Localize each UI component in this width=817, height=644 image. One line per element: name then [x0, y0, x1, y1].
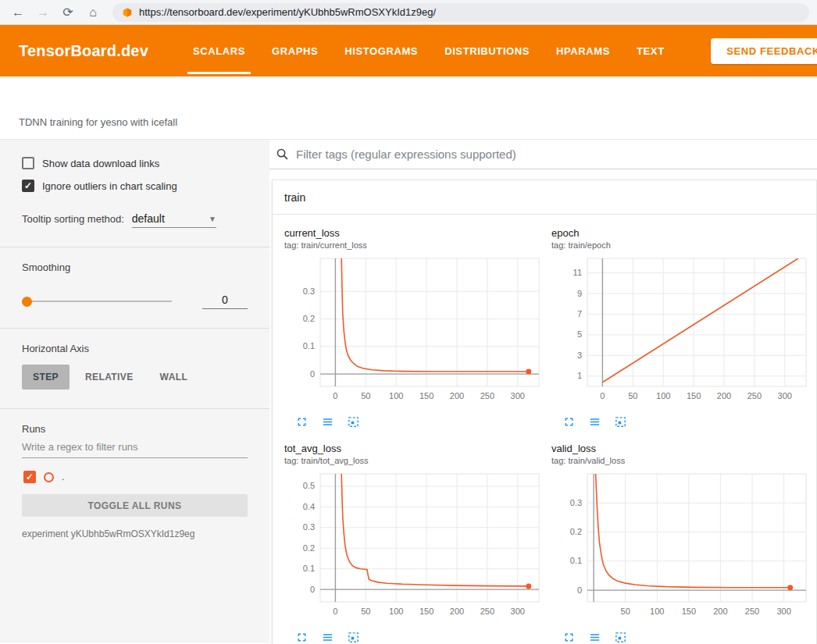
run-list-item[interactable]: ✓ . — [23, 471, 248, 483]
svg-text:200: 200 — [713, 607, 727, 616]
horizontal-axis-buttons: STEP RELATIVE WALL — [22, 365, 248, 390]
svg-text:200: 200 — [450, 607, 464, 616]
expand-chart-icon[interactable] — [295, 631, 309, 644]
chart-toolbar — [295, 631, 547, 644]
expand-chart-icon[interactable] — [295, 415, 309, 429]
svg-text:0.4: 0.4 — [303, 502, 315, 511]
tab-text[interactable]: TEXT — [623, 25, 678, 76]
chart-title: epoch — [551, 227, 814, 239]
divider — [0, 247, 269, 247]
runs-regex-input[interactable] — [22, 435, 248, 458]
svg-text:150: 150 — [419, 607, 433, 616]
run-checkbox-checked-icon[interactable]: ✓ — [23, 471, 36, 483]
train-section-card: train current_losstag: train/current_los… — [272, 180, 817, 644]
tag-filter-input[interactable] — [296, 148, 817, 161]
chart-plot[interactable]: 00.10.20.30.40.5050100150200250300 — [284, 470, 547, 623]
svg-text:0.1: 0.1 — [303, 564, 315, 573]
home-icon[interactable]: ⌂ — [83, 2, 103, 23]
back-icon[interactable]: ← — [8, 2, 28, 23]
svg-text:0.5: 0.5 — [303, 481, 315, 490]
reload-icon[interactable]: ⟳ — [58, 2, 78, 23]
tab-histograms[interactable]: HISTOGRAMS — [331, 25, 431, 76]
smoothing-value-input[interactable]: 0 — [202, 294, 248, 309]
chart-card-tot_avg_loss: tot_avg_losstag: train/tot_avg_loss00.10… — [284, 443, 547, 644]
show-download-links-checkbox[interactable]: Show data download links — [22, 157, 248, 169]
svg-text:100: 100 — [656, 391, 670, 400]
svg-text:0: 0 — [310, 585, 315, 594]
svg-text:0.1: 0.1 — [570, 556, 582, 565]
ignore-outliers-checkbox[interactable]: ✓ Ignore outliers in chart scaling — [22, 180, 248, 192]
fit-domain-icon[interactable] — [347, 415, 360, 429]
tooltip-sorting-select[interactable]: default ▼ — [132, 212, 216, 228]
slider-track — [22, 301, 172, 302]
svg-text:7: 7 — [577, 309, 582, 318]
chart-title: valid_loss — [551, 443, 814, 454]
smoothing-label: Smoothing — [22, 262, 248, 273]
slider-thumb[interactable] — [22, 297, 32, 307]
section-title-train[interactable]: train — [273, 180, 816, 215]
svg-text:1: 1 — [577, 371, 582, 380]
runs-label: Runs — [22, 423, 248, 435]
svg-text:200: 200 — [717, 391, 731, 400]
tab-scalars[interactable]: SCALARS — [180, 25, 259, 76]
svg-text:3: 3 — [577, 350, 582, 360]
axis-wall-button[interactable]: WALL — [149, 365, 199, 390]
svg-text:150: 150 — [682, 607, 696, 616]
svg-text:0.2: 0.2 — [303, 314, 315, 323]
chart-plot[interactable]: 1357911050100150200250300 — [551, 254, 814, 407]
experiment-subheader: TDNN training for yesno with icefall — [0, 76, 817, 140]
tab-hparams[interactable]: HPARAMS — [543, 25, 623, 76]
svg-text:0.3: 0.3 — [303, 522, 315, 532]
svg-text:0.3: 0.3 — [570, 498, 582, 507]
smoothing-slider[interactable] — [22, 296, 172, 307]
svg-text:300: 300 — [776, 607, 790, 616]
svg-text:50: 50 — [361, 607, 370, 616]
main-panel: train current_losstag: train/current_los… — [269, 140, 817, 643]
svg-text:0.2: 0.2 — [570, 527, 582, 536]
expand-chart-icon[interactable] — [562, 631, 576, 644]
svg-text:300: 300 — [511, 391, 525, 400]
data-table-icon[interactable] — [321, 415, 334, 429]
toggle-all-runs-button[interactable]: TOGGLE ALL RUNS — [22, 494, 248, 517]
address-bar[interactable]: https://tensorboard.dev/experiment/yKUbh… — [112, 3, 809, 22]
expand-chart-icon[interactable] — [562, 415, 576, 429]
chart-tag: tag: train/tot_avg_loss — [284, 456, 547, 465]
data-table-icon[interactable] — [588, 415, 601, 429]
svg-text:11: 11 — [573, 268, 582, 277]
app-header: TensorBoard.dev SCALARS GRAPHS HISTOGRAM… — [0, 25, 817, 76]
svg-text:250: 250 — [745, 607, 759, 616]
tab-distributions[interactable]: DISTRIBUTIONS — [431, 25, 543, 76]
chart-tag: tag: train/epoch — [551, 240, 814, 250]
checkbox-label: Show data download links — [42, 158, 159, 169]
svg-text:300: 300 — [511, 607, 525, 616]
run-name: . — [62, 471, 64, 482]
main-nav: SCALARS GRAPHS HISTOGRAMS DISTRIBUTIONS … — [180, 25, 678, 76]
horizontal-axis-label: Horizontal Axis — [22, 343, 248, 354]
svg-text:0: 0 — [310, 369, 315, 379]
tooltip-sorting-label: Tooltip sorting method: — [22, 213, 124, 225]
tooltip-sorting-value: default — [132, 212, 165, 225]
checkbox-checked-icon: ✓ — [22, 180, 34, 192]
svg-text:200: 200 — [450, 391, 464, 400]
chevron-down-icon: ▼ — [209, 215, 216, 223]
axis-step-button[interactable]: STEP — [22, 365, 70, 390]
svg-text:250: 250 — [747, 391, 762, 400]
checkbox-unchecked-icon — [22, 157, 34, 169]
svg-text:50: 50 — [361, 391, 370, 400]
fit-domain-icon[interactable] — [614, 415, 627, 429]
chart-plot[interactable]: 00.10.20.350100150200250300 — [551, 470, 814, 623]
axis-relative-button[interactable]: RELATIVE — [74, 365, 144, 390]
send-feedback-button[interactable]: SEND FEEDBACK — [711, 38, 817, 64]
chart-plot[interactable]: 00.10.20.3050100150200250300 — [284, 254, 547, 407]
fit-domain-icon[interactable] — [614, 631, 627, 644]
forward-icon[interactable]: → — [33, 2, 53, 23]
svg-text:150: 150 — [419, 391, 433, 400]
data-table-icon[interactable] — [321, 631, 334, 644]
tab-graphs[interactable]: GRAPHS — [259, 25, 331, 76]
data-table-icon[interactable] — [588, 631, 601, 644]
fit-domain-icon[interactable] — [347, 631, 360, 644]
svg-text:300: 300 — [778, 391, 792, 400]
svg-text:100: 100 — [389, 607, 403, 616]
svg-text:250: 250 — [480, 607, 494, 616]
chart-card-epoch: epochtag: train/epoch1357911050100150200… — [551, 227, 814, 429]
